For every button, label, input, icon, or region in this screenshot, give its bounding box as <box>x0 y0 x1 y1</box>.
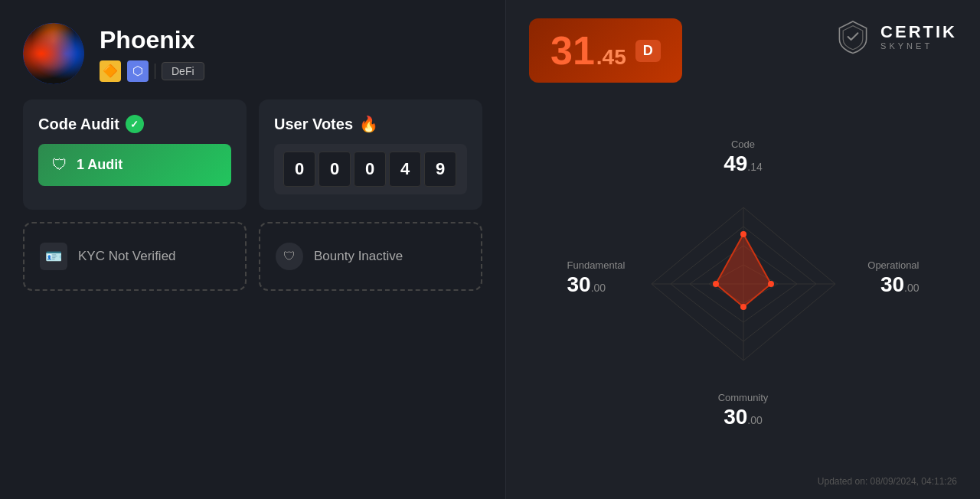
score-grade: D <box>635 40 661 62</box>
vote-digit-4: 4 <box>389 152 421 187</box>
project-logo <box>23 23 84 84</box>
defi-tag: DeFi <box>162 62 204 80</box>
vote-counter: 0 0 0 4 9 <box>274 144 467 194</box>
bnb-icon: 🔶 <box>100 60 121 82</box>
label-operational: Operational 30.00 <box>867 259 919 297</box>
certik-logo: CERTIK SKYNET <box>835 18 957 55</box>
right-header: 31 .45 D CERTIK SKYNET <box>529 18 957 83</box>
certik-sub: SKYNET <box>880 41 957 51</box>
bounty-card: 🛡 Bounty Inactive <box>259 222 482 291</box>
kyc-card: 🪪 KYC Not Verified <box>23 222 247 291</box>
fundamental-score-dec: .00 <box>591 282 606 294</box>
code-score-main: 49 <box>724 152 747 175</box>
code-audit-title: Code Audit ✓ <box>38 115 231 133</box>
svg-point-9 <box>740 304 746 310</box>
project-tags: 🔶 ⬡ DeFi <box>100 60 204 82</box>
radar-chart-svg <box>636 192 851 376</box>
user-votes-title: User Votes 🔥 <box>274 115 467 133</box>
user-votes-card: User Votes 🔥 0 0 0 4 9 <box>259 99 482 210</box>
label-fundamental: Fundamental 30.00 <box>567 259 626 297</box>
kyc-icon: 🪪 <box>40 243 67 270</box>
certik-text: CERTIK SKYNET <box>880 23 957 51</box>
project-info: Phoenix 🔶 ⬡ DeFi <box>100 26 204 82</box>
code-score-dec: .14 <box>747 161 762 173</box>
certik-name: CERTIK <box>880 23 957 41</box>
svg-point-8 <box>768 281 774 287</box>
audit-count-label: 1 Audit <box>77 157 122 173</box>
updated-timestamp: Updated on: 08/09/2024, 04:11:26 <box>529 476 957 487</box>
label-community: Community 30.00 <box>718 392 769 429</box>
radar-area: Code 49.14 Fundamental 30.00 Operational <box>529 98 957 470</box>
svg-point-10 <box>713 281 719 287</box>
operational-score-main: 30 <box>880 272 904 296</box>
audit-button[interactable]: 🛡 1 Audit <box>38 144 231 186</box>
fundamental-score-main: 30 <box>567 272 591 296</box>
project-name: Phoenix <box>100 26 204 54</box>
kyc-label: KYC Not Verified <box>78 249 176 264</box>
score-box: 31 .45 D <box>529 18 682 83</box>
certik-shield-icon <box>835 18 871 55</box>
label-code: Code 49.14 <box>724 139 763 176</box>
vote-digit-5: 9 <box>424 152 456 187</box>
left-panel: Phoenix 🔶 ⬡ DeFi Code Audit ✓ 🛡 <box>0 0 505 499</box>
score-main: 31 <box>550 31 595 70</box>
eth-icon: ⬡ <box>127 60 149 82</box>
bounty-label: Bounty Inactive <box>314 249 403 264</box>
right-panel: 31 .45 D CERTIK SKYNET <box>505 0 980 499</box>
cards-grid: Code Audit ✓ 🛡 1 Audit User Votes 🔥 0 0 … <box>23 99 482 291</box>
operational-score-dec: .00 <box>904 282 919 294</box>
bounty-icon: 🛡 <box>276 243 303 270</box>
fire-icon: 🔥 <box>359 115 378 133</box>
community-score-main: 30 <box>724 405 747 429</box>
community-score-dec: .00 <box>747 414 762 426</box>
score-decimal: .45 <box>596 45 626 70</box>
vote-digit-2: 0 <box>318 152 351 187</box>
project-header: Phoenix 🔶 ⬡ DeFi <box>23 23 482 84</box>
tag-divider <box>155 64 155 79</box>
verified-check-icon: ✓ <box>126 115 144 133</box>
vote-digit-1: 0 <box>283 152 315 187</box>
svg-point-7 <box>740 231 746 237</box>
code-audit-card: Code Audit ✓ 🛡 1 Audit <box>23 99 247 210</box>
audit-shield-icon: 🛡 <box>52 156 67 174</box>
svg-marker-6 <box>716 234 771 307</box>
radar-wrapper: Code 49.14 Fundamental 30.00 Operational <box>567 139 920 429</box>
vote-digit-3: 0 <box>354 152 386 187</box>
